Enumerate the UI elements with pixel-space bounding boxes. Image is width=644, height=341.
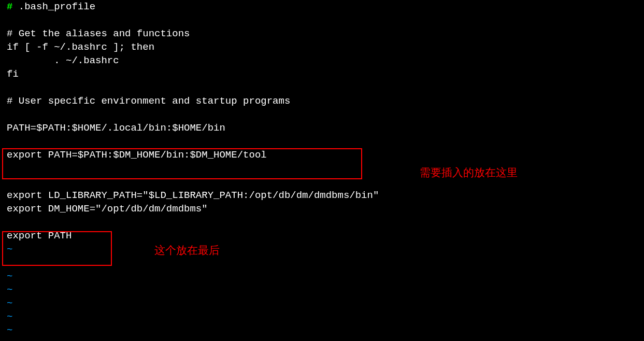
- code-line: [0, 162, 644, 175]
- code-line: . ~/.bashrc: [0, 54, 644, 67]
- code-text: .bash_profile: [12, 1, 95, 12]
- terminal-editor[interactable]: # .bash_profile # Get the aliases and fu…: [0, 0, 644, 341]
- code-line: [0, 135, 644, 148]
- vim-tilde-line: ~: [0, 310, 644, 323]
- code-line: [0, 175, 644, 189]
- annotation-insert-here: 需要插入的放在这里: [420, 166, 518, 179]
- vim-tilde-line: ~: [0, 323, 644, 337]
- code-line: [0, 13, 644, 27]
- code-line: [0, 81, 644, 94]
- code-line: export PATH=$PATH:$DM_HOME/bin:$DM_HOME/…: [0, 148, 644, 162]
- code-line: export LD_LIBRARY_PATH="$LD_LIBRARY_PATH…: [0, 189, 644, 202]
- annotation-put-last: 这个放在最后: [154, 244, 220, 257]
- vim-tilde-line: ~: [0, 269, 644, 283]
- code-line: # Get the aliases and functions: [0, 27, 644, 40]
- code-line: fi: [0, 67, 644, 81]
- code-line: PATH=$PATH:$HOME/.local/bin:$HOME/bin: [0, 121, 644, 135]
- code-line: export DM_HOME="/opt/db/dm/dmdbms": [0, 202, 644, 216]
- vim-tilde-line: ~: [0, 296, 644, 310]
- code-line: [0, 216, 644, 229]
- code-line: export PATH: [0, 229, 644, 243]
- vim-tilde-line: ~: [0, 243, 644, 256]
- code-line: # .bash_profile: [0, 0, 644, 13]
- code-line: [0, 108, 644, 121]
- hash-comment-icon: #: [7, 0, 12, 13]
- code-line: [0, 256, 644, 269]
- code-line: if [ -f ~/.bashrc ]; then: [0, 40, 644, 54]
- code-line: # User specific environment and startup …: [0, 94, 644, 108]
- vim-tilde-line: ~: [0, 283, 644, 296]
